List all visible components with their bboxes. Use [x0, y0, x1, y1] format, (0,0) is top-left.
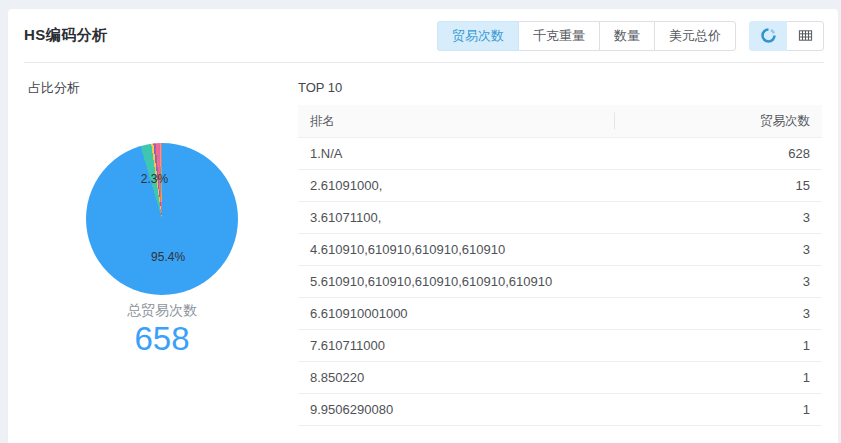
table-row: 1.N/A628: [298, 138, 822, 170]
table-row: 6.6109100010003: [298, 298, 822, 330]
trade-count-cell: 15: [615, 178, 822, 193]
total-trade-count-label: 总贸易次数: [28, 302, 296, 320]
pie-percent-label-secondary: 2.3%: [141, 172, 168, 186]
pie-chart[interactable]: [86, 143, 238, 295]
rank-cell: 9.9506290080: [298, 402, 615, 417]
table-row: 4.610910,610910,610910,6109103: [298, 234, 822, 266]
card-content: 占比分析 95.4% 2.3% 总贸易次数 658 TOP 10 排名 贸易次数…: [8, 63, 838, 426]
top10-subtitle: TOP 10: [298, 79, 822, 97]
card-header: HS编码分析 贸易次数 千克重量 数量 美元总价: [24, 9, 824, 63]
rank-cell: 1.N/A: [298, 146, 615, 161]
table-header-row: 排名 贸易次数: [298, 105, 822, 138]
table-row: 7.6107110001: [298, 330, 822, 362]
table-row: 5.610910,610910,610910,610910,6109103: [298, 266, 822, 298]
top10-table: 排名 贸易次数 1.N/A6282.61091000,153.61071100,…: [298, 105, 822, 426]
trade-count-cell: 3: [615, 242, 822, 257]
table-row: 8.8502201: [298, 362, 822, 394]
tab-kg-weight[interactable]: 千克重量: [518, 21, 600, 51]
rank-cell: 8.850220: [298, 370, 615, 385]
rank-cell: 6.610910001000: [298, 306, 615, 321]
table-view-button[interactable]: [786, 21, 824, 51]
proportion-panel: 占比分析 95.4% 2.3% 总贸易次数 658: [28, 79, 296, 426]
rank-cell: 3.61071100,: [298, 210, 615, 225]
trade-count-cell: 3: [615, 210, 822, 225]
total-trade-count-value: 658: [28, 321, 296, 357]
rank-cell: 7.610711000: [298, 338, 615, 353]
table-row: 9.95062900801: [298, 394, 822, 426]
top10-panel: TOP 10 排名 贸易次数 1.N/A6282.61091000,153.61…: [298, 79, 822, 426]
chart-view-button[interactable]: [749, 21, 787, 51]
metric-tab-group: 贸易次数 千克重量 数量 美元总价: [437, 21, 736, 51]
tab-quantity[interactable]: 数量: [599, 21, 655, 51]
table-row: 2.61091000,15: [298, 170, 822, 202]
rank-cell: 2.61091000,: [298, 178, 615, 193]
trade-count-cell: 1: [615, 370, 822, 385]
rank-cell: 5.610910,610910,610910,610910,610910: [298, 274, 615, 289]
tab-usd-total[interactable]: 美元总价: [654, 21, 736, 51]
column-header-rank: 排名: [298, 113, 615, 130]
trade-count-cell: 1: [615, 402, 822, 417]
trade-count-cell: 1: [615, 338, 822, 353]
proportion-subtitle: 占比分析: [28, 79, 296, 97]
table-row: 3.61071100,3: [298, 202, 822, 234]
top10-table-body: 1.N/A6282.61091000,153.61071100,34.61091…: [298, 138, 822, 426]
trade-count-cell: 3: [615, 274, 822, 289]
rank-cell: 4.610910,610910,610910,610910: [298, 242, 615, 257]
column-header-trade-count: 贸易次数: [615, 113, 822, 130]
trade-count-cell: 628: [615, 146, 822, 161]
pie-chart-wrap: 95.4% 2.3%: [86, 143, 238, 295]
view-toggle-group: [749, 21, 824, 51]
trade-count-cell: 3: [615, 306, 822, 321]
pie-chart-icon: [761, 28, 776, 43]
tab-trade-count[interactable]: 贸易次数: [437, 21, 519, 51]
pie-percent-label-main: 95.4%: [151, 250, 185, 264]
table-icon: [798, 28, 813, 43]
page-title: HS编码分析: [24, 26, 108, 45]
hs-code-analysis-card: HS编码分析 贸易次数 千克重量 数量 美元总价: [8, 9, 838, 443]
